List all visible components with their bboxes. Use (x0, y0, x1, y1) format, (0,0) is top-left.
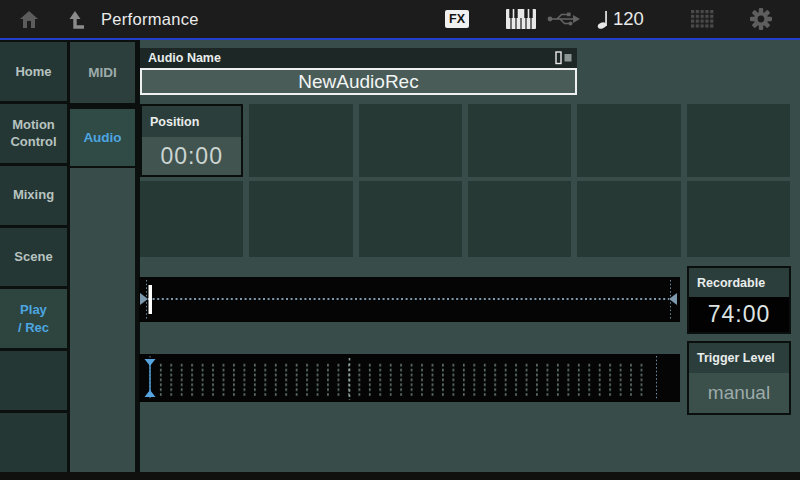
sidebar-item-scene[interactable]: Scene (0, 228, 67, 287)
grid-cell-empty (577, 104, 680, 177)
tick-grid (158, 362, 650, 396)
position-label: Position (150, 115, 199, 129)
sidebar-item-play-rec[interactable]: Play / Rec (0, 289, 67, 348)
sidebar-item-empty (0, 351, 67, 410)
performance-play-rec-audio-screen: Performance FX (0, 0, 800, 480)
grid-cell-empty (140, 181, 243, 257)
trigger-marker-top (145, 359, 156, 366)
param-grid: Position 00:00 (140, 104, 790, 261)
audio-name-label: Audio Name (148, 51, 221, 65)
usb-icon (547, 10, 581, 32)
grid-cell-empty (468, 181, 571, 257)
gear-icon[interactable] (749, 7, 773, 35)
sidebar-item-motion-control[interactable]: Motion Control (0, 104, 67, 163)
trigger-level-label: Trigger Level (697, 351, 775, 365)
waveform-trigger (139, 354, 680, 402)
grid-cell-empty (468, 104, 571, 177)
grid-cell-empty (359, 104, 462, 177)
subnav: MIDI Audio (70, 40, 135, 472)
playhead-cursor (149, 285, 153, 314)
tab-audio[interactable]: Audio (70, 109, 135, 166)
sidebar-item-mixing[interactable]: Mixing (0, 166, 67, 225)
tab-midi[interactable]: MIDI (70, 42, 135, 103)
trigger-level-field: Trigger Level manual (687, 341, 791, 415)
keyboard-icon (506, 9, 537, 33)
page-title: Performance (101, 0, 199, 38)
tempo-value[interactable]: 120 (613, 0, 644, 38)
recordable-value: 74:00 (689, 297, 789, 332)
sidebar-item-empty (0, 413, 67, 472)
fx-badge[interactable]: FX (445, 10, 469, 28)
grid-cell-empty (687, 104, 790, 177)
audio-name-header: Audio Name (140, 48, 577, 68)
grid-cell-empty (687, 181, 790, 257)
trigger-marker-bottom (145, 390, 156, 397)
recordable-field: Recordable 74:00 (687, 266, 791, 334)
trigger-level-value[interactable]: manual (689, 373, 789, 413)
sidebar: Home Motion Control Mixing Scene Play / … (0, 40, 67, 472)
bottom-strip (0, 472, 800, 480)
grid-cell-empty (359, 181, 462, 257)
quarter-note-icon[interactable] (597, 8, 610, 34)
rename-icon[interactable] (555, 51, 573, 69)
position-value[interactable]: 00:00 (142, 137, 241, 175)
home-icon[interactable] (18, 8, 40, 34)
up-arrow-icon[interactable] (67, 9, 87, 33)
grid-cell-empty (577, 181, 680, 257)
audio-name-field[interactable]: NewAudioRec (140, 68, 577, 95)
waveform-overview (139, 277, 680, 322)
recordable-label: Recordable (697, 276, 765, 290)
position-field[interactable]: Position 00:00 (140, 104, 243, 177)
topbar: Performance FX (0, 0, 800, 38)
grid-dots-icon[interactable] (691, 10, 715, 33)
sidebar-item-home[interactable]: Home (0, 42, 67, 101)
grid-cell-empty (249, 104, 352, 177)
grid-cell-empty (249, 181, 352, 257)
